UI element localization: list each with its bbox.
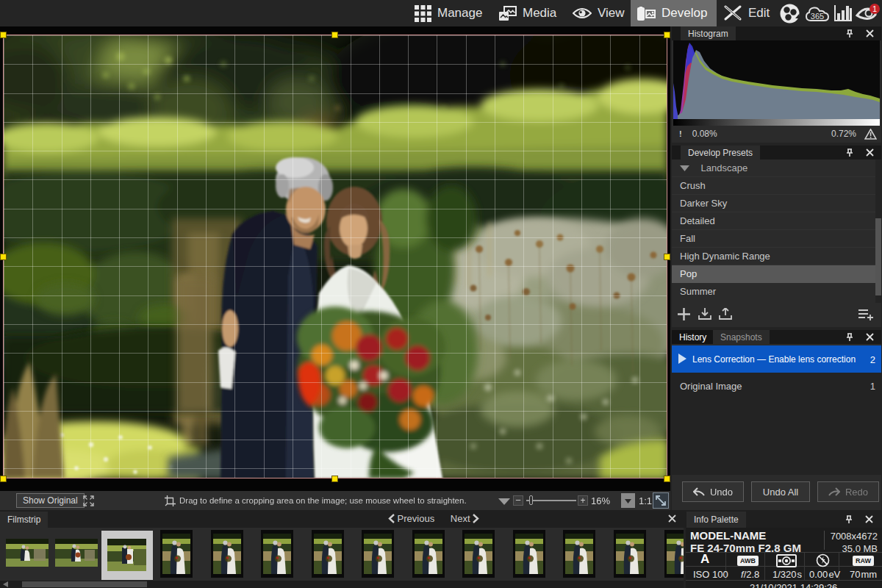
svg-text:365: 365 <box>811 12 824 21</box>
svg-text:1: 1 <box>872 4 877 13</box>
